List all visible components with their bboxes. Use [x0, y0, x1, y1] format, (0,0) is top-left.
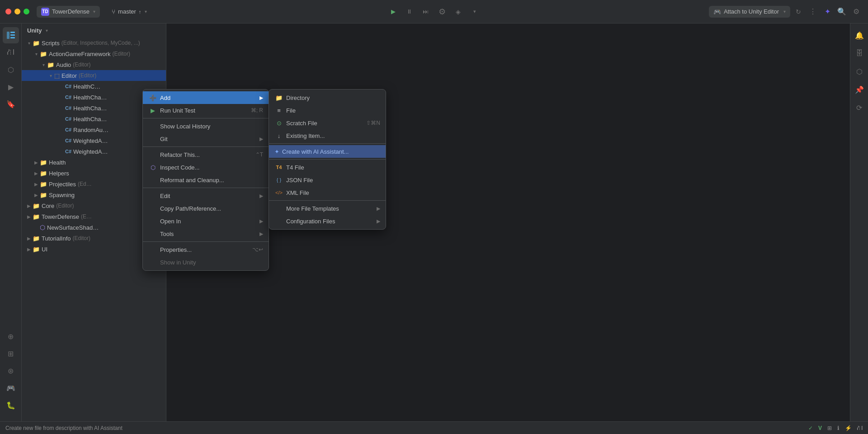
minimize-button[interactable] — [14, 9, 20, 14]
coverage-button[interactable]: ⚙ — [436, 5, 448, 18]
bookmark-toolbar-button[interactable]: 🔖 — [3, 96, 19, 112]
submenu-item-directory[interactable]: 📁 Directory — [269, 91, 386, 104]
step-button[interactable]: ⏭ — [420, 5, 432, 18]
inspect-icon: ⬡ — [148, 164, 157, 171]
menu-item-label: T4 File — [286, 164, 304, 171]
menu-item-inspect-code[interactable]: ⬡ Inspect Code... — [143, 161, 269, 174]
submenu-item-xml-file[interactable]: </> XML File — [269, 186, 386, 199]
plugins-right-button[interactable]: ⬡ — [851, 63, 868, 80]
tree-arrow: ▶ — [25, 236, 33, 241]
submenu-separator-1 — [269, 143, 386, 144]
pause-button[interactable]: ⏸ — [403, 5, 416, 18]
attach-label: Attach to Unity Editor — [724, 8, 779, 15]
debug-button[interactable]: 🐛 — [3, 397, 19, 413]
vcs-branch[interactable]: ⑂ master ↑ ▾ — [107, 6, 151, 17]
folder-icon: 📁 — [40, 192, 47, 198]
submenu-item-more-templates[interactable]: More File Templates ▶ — [269, 202, 386, 215]
tree-arrow: ▾ — [25, 41, 33, 46]
project-selector[interactable]: TD TowerDefense ▾ — [37, 6, 100, 18]
tree-item-scripts[interactable]: ▾ 📁 Scripts (Editor, Inspections, MyCode… — [22, 38, 166, 48]
problems-button[interactable]: ⊕ — [3, 328, 19, 344]
pin-button[interactable]: 📌 — [851, 81, 868, 98]
services-button[interactable]: ⊛ — [3, 363, 19, 379]
bookmark-icon[interactable]: ✦ — [821, 5, 834, 18]
submenu-item-config-files[interactable]: Configuration Files ▶ — [269, 215, 386, 227]
tree-label: NewSurfaceShad… — [47, 224, 99, 231]
submenu-item-existing-item[interactable]: ↓ Existing Item... — [269, 129, 386, 142]
menu-item-show-local-history[interactable]: Show Local History — [143, 120, 269, 132]
menu-item-tools[interactable]: Tools ▶ — [143, 227, 269, 240]
submenu-item-file[interactable]: ≡ File — [269, 104, 386, 117]
menu-item-label: Show Local History — [160, 123, 210, 130]
sidebar-toggle-button[interactable] — [3, 27, 19, 43]
menu-item-add[interactable]: ➕ Add ▶ — [143, 91, 269, 104]
search-button[interactable]: 🔍 — [835, 5, 848, 18]
menu-item-show-in-unity[interactable]: Show in Unity — [143, 256, 269, 269]
menu-item-refactor[interactable]: Refactor This... ⌃T — [143, 148, 269, 161]
submenu-arrow: ▶ — [259, 136, 263, 142]
tree-subtitle: (Editor) — [73, 235, 90, 241]
menu-item-reformat[interactable]: Reformat and Cleanup... — [143, 174, 269, 186]
tree-arrow: ▶ — [33, 193, 40, 198]
git-right-button[interactable]: ⟳ — [851, 99, 868, 116]
menu-item-open-in[interactable]: Open In ▶ — [143, 215, 269, 227]
sidebar-header: Unity ▾ — [22, 24, 166, 38]
close-button[interactable] — [5, 9, 11, 14]
menu-item-label: Refactor This... — [160, 151, 200, 158]
settings-button[interactable]: ⚙ — [850, 5, 863, 18]
menu-item-edit[interactable]: Edit ▶ — [143, 189, 269, 202]
terminal-button[interactable]: ⊞ — [3, 345, 19, 362]
notifications-button[interactable]: 🔔 — [851, 27, 868, 43]
run-button[interactable]: ▶ — [387, 5, 400, 18]
database-button[interactable]: 🗄 — [851, 45, 868, 61]
status-activity-icon: ⚡ — [845, 425, 852, 431]
submenu-item-scratch-file[interactable]: ⊙ Scratch File ⇧⌘N — [269, 117, 386, 129]
submenu-item-json-file[interactable]: { } JSON File — [269, 174, 386, 186]
folder-icon: 📁 — [33, 246, 40, 253]
tree-subtitle: (E… — [81, 213, 92, 220]
tree-subtitle: (Editor, Inspections, MyCode, ...) — [61, 40, 140, 46]
tree-item-actiongame[interactable]: ▾ 📁 ActionGameFramework (Editor) — [22, 48, 166, 59]
tree-subtitle: (Ed… — [78, 181, 92, 187]
git-toolbar-button[interactable]: ⛙ — [3, 44, 19, 61]
more-actions-button[interactable]: ⋮ — [807, 5, 819, 18]
run-toolbar-button[interactable]: ▶ — [3, 79, 19, 95]
menu-item-properties[interactable]: Properties... ⌥↩ — [143, 243, 269, 256]
attach-button[interactable]: 🎮 Attach to Unity Editor ▾ — [709, 6, 790, 18]
status-ok-icon: ✓ — [808, 425, 813, 431]
menu-separator-2 — [143, 146, 269, 147]
menu-item-git[interactable]: Git ▶ — [143, 132, 269, 145]
menu-item-run-unit-test[interactable]: ▶ Run Unit Test ⌘; R — [143, 104, 269, 117]
shader-icon: ⬡ — [40, 224, 45, 231]
project-name: TowerDefense — [52, 8, 90, 15]
profile-dropdown[interactable]: ▾ — [468, 5, 481, 18]
tree-arrow: ▶ — [33, 160, 40, 165]
menu-separator-4 — [143, 241, 269, 242]
maximize-button[interactable] — [24, 9, 29, 14]
unity-toolbar-button[interactable]: 🎮 — [3, 380, 19, 396]
branch-push-icon: ↑ — [139, 9, 142, 14]
submenu-arrow: ▶ — [259, 95, 263, 101]
submenu-item-t4-file[interactable]: T4 T4 File — [269, 161, 386, 174]
cs-file-icon: C# — [65, 94, 71, 100]
tree-arrow: ▶ — [33, 171, 40, 176]
menu-item-label: Directory — [286, 94, 310, 101]
profile-button[interactable]: ◈ — [452, 5, 465, 18]
tree-item-audio[interactable]: ▾ 📁 Audio (Editor) — [22, 59, 166, 70]
xml-icon: </> — [274, 190, 283, 195]
submenu-item-create-ai[interactable]: ✦ Create with AI Assistant... — [269, 145, 386, 158]
menu-item-label: Create with AI Assistant... — [282, 148, 349, 155]
tree-item-editor[interactable]: ▾ ⬚ Editor (Editor) — [22, 70, 166, 81]
titlebar-center: ▶ ⏸ ⏭ ⚙ ◈ ▾ — [159, 5, 709, 18]
tree-label: TutorialInfo — [42, 235, 71, 242]
context-menu-container: ➕ Add ▶ ▶ Run Unit Test ⌘; R Show Local … — [142, 89, 269, 271]
tree-label: HealthCha… — [73, 94, 107, 101]
plugins-button[interactable]: ⬡ — [3, 61, 19, 78]
ai-sparkle-icon: ✦ — [274, 148, 279, 155]
add-icon: ➕ — [148, 94, 157, 101]
project-icon: TD — [41, 8, 49, 16]
attach-dropdown-arrow: ▾ — [783, 9, 786, 14]
reload-button[interactable]: ↻ — [792, 5, 805, 18]
menu-item-copy-path[interactable]: Copy Path/Reference... — [143, 202, 269, 215]
svg-rect-1 — [10, 32, 15, 33]
